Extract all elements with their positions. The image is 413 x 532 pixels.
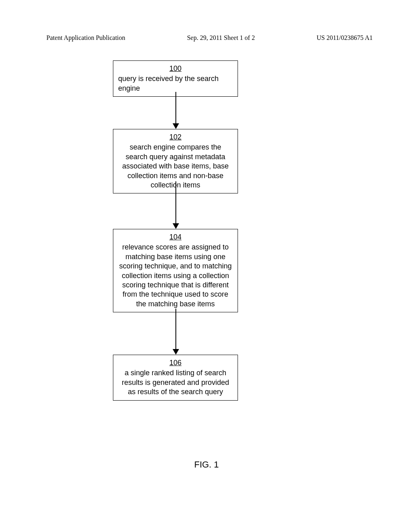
step-text: a single ranked listing of search result…	[122, 369, 229, 396]
flow-step-106: 106 a single ranked listing of search re…	[113, 355, 238, 401]
step-number: 100	[118, 64, 233, 73]
step-number: 104	[118, 233, 233, 242]
step-number: 106	[118, 358, 233, 368]
flow-step-104: 104 relevance scores are assigned to mat…	[113, 229, 238, 312]
header-right: US 2011/0238675 A1	[317, 34, 373, 42]
figure-label: FIG. 1	[0, 459, 413, 470]
step-text: query is received by the search engine	[118, 75, 219, 92]
arrow-icon	[175, 181, 176, 228]
page-header: Patent Application Publication Sep. 29, …	[0, 0, 413, 42]
flow-step-100: 100 query is received by the search engi…	[113, 60, 238, 97]
arrow-icon	[175, 309, 176, 354]
header-center: Sep. 29, 2011 Sheet 1 of 2	[187, 34, 255, 42]
step-number: 102	[118, 133, 233, 142]
step-text: relevance scores are assigned to matchin…	[119, 243, 232, 308]
arrow-icon	[175, 92, 176, 128]
header-left: Patent Application Publication	[46, 34, 125, 42]
